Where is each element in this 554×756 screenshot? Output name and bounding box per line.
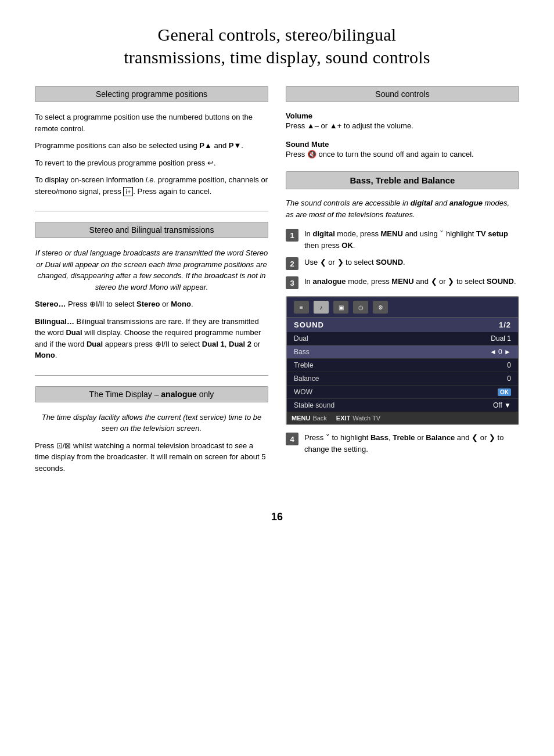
step-4-row: 4 Press ˅ to highlight Bass, Treble or B… [286,432,519,455]
divider1 [35,211,268,211]
page-title: General controls, stereo/bilingual trans… [35,23,519,69]
tv-screen-title-row: SOUND 1/2 [287,318,518,332]
time-display-section: The Time Display – analogue only The tim… [35,386,268,474]
time-display-italic: The time display facility allows the cur… [35,412,268,434]
tv-screen-title: SOUND [294,321,324,329]
tv-row-balance: Balance 0 [287,372,518,386]
bilingual-detail: Bilingual… Bilingual transmissions are r… [35,316,268,361]
footer-menu: MENU Back [292,415,327,422]
time-display-para: Press ⊡/⊠ whilst watching a normal telev… [35,440,268,474]
step-4-text: Press ˅ to highlight Bass, Treble or Bal… [304,432,519,455]
stereo-italic: If stereo or dual language broadcasts ar… [35,247,268,293]
tv-screen-page: 1/2 [499,321,511,329]
selecting-para3: To revert to the previous programme posi… [35,157,268,169]
step-4-number: 4 [286,433,298,445]
tv-icon-list: ≡ [294,301,309,314]
step-1-row: 1 In digital mode, press MENU and using … [286,228,519,251]
mute-item: Sound Mute Press 🔇 once to turn the soun… [286,140,519,160]
tv-screen-footer: MENU Back EXIT Watch TV [287,412,518,424]
time-display-header: The Time Display – analogue only [35,386,268,402]
stereo-detail: Stereo… Press ⊕I/II to select Stereo or … [35,298,268,310]
page-number: 16 [35,511,519,523]
sound-controls-header: Sound controls [286,86,519,102]
volume-title: Volume [286,111,519,120]
tv-icon-clock: ◷ [353,301,368,314]
ok-badge: OK [498,388,511,396]
step-3-text: In analogue mode, press MENU and ❮ or ❯ … [304,276,519,287]
selecting-programmes-header: Selecting programme positions [35,86,268,102]
left-column: Selecting programme positions To select … [35,86,268,488]
mute-title: Sound Mute [286,140,519,149]
bass-treble-header: Bass, Treble and Balance [286,171,519,189]
selecting-programmes-section: Selecting programme positions To select … [35,86,268,197]
tv-row-stable: Stable sound Off ▼ [287,399,518,412]
mute-body: Press 🔇 once to turn the sound off and a… [286,149,519,160]
stereo-header: Stereo and Bilingual transmissions [35,222,268,238]
tv-icon-music: ♪ [314,301,329,314]
footer-exit: EXIT Watch TV [336,415,380,422]
volume-body: Press ▲– or ▲+ to adjust the volume. [286,120,519,132]
step-2-number: 2 [286,257,298,270]
bass-treble-section: Bass, Treble and Balance The sound contr… [286,171,519,455]
step-2-row: 2 Use ❮ or ❯ to select SOUND. [286,257,519,270]
tv-row-treble: Treble 0 [287,359,518,372]
tv-icon-tv: ▣ [333,301,348,314]
tv-row-dual: Dual Dual 1 [287,332,518,345]
step-1-number: 1 [286,229,298,242]
stereo-section: Stereo and Bilingual transmissions If st… [35,222,268,361]
tv-screen-icons: ≡ ♪ ▣ ◷ ⚙ [287,297,518,318]
tv-icon-settings: ⚙ [373,301,388,314]
tv-screen-mockup: ≡ ♪ ▣ ◷ ⚙ SOUND 1/2 Dual Dual 1 Bass [286,296,519,425]
tv-row-bass: Bass ◄ 0 ► [287,345,518,359]
tv-row-wow: WOW OK [287,386,518,399]
divider2 [35,375,268,376]
sound-controls-section: Sound controls Volume Press ▲– or ▲+ to … [286,86,519,160]
step-3-number: 3 [286,276,298,289]
step-1-text: In digital mode, press MENU and using ˅ … [304,228,519,251]
right-column: Sound controls Volume Press ▲– or ▲+ to … [286,86,519,466]
main-content: Selecting programme positions To select … [35,86,519,488]
selecting-para2: Programme positions can also be selected… [35,140,268,152]
volume-item: Volume Press ▲– or ▲+ to adjust the volu… [286,111,519,132]
selecting-para1: To select a programme position use the n… [35,111,268,134]
bass-treble-italic: The sound controls are accessible in dig… [286,197,519,220]
step-3-row: 3 In analogue mode, press MENU and ❮ or … [286,276,519,289]
selecting-para4: To display on-screen information i.e. pr… [35,174,268,197]
step-2-text: Use ❮ or ❯ to select SOUND. [304,257,519,268]
